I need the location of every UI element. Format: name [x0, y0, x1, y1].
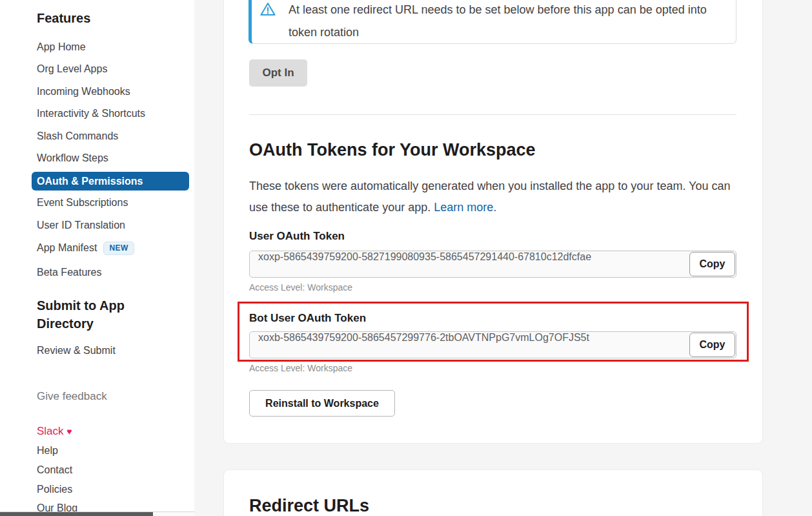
horizontal-scrollbar-thumb[interactable] [0, 512, 153, 516]
sidebar-link-help[interactable]: Help [37, 445, 58, 457]
bot-user-oauth-token-label: Bot User OAuth Token [249, 312, 366, 325]
sidebar-item-user-id-translation[interactable]: User ID Translation [37, 220, 125, 231]
copy-user-token-button[interactable]: Copy [689, 252, 735, 276]
redirect-urls-heading: Redirect URLs [249, 496, 369, 516]
warning-triangle-icon [259, 1, 276, 17]
heart-icon: ♥ [66, 426, 72, 437]
bot-user-oauth-token-field[interactable]: xoxb-5865439759200-5865457299776-2tbOAVT… [249, 331, 736, 358]
opt-in-button[interactable]: Opt In [249, 59, 307, 87]
new-badge: NEW [103, 242, 134, 255]
sidebar-link-contact[interactable]: Contact [37, 464, 72, 476]
slack-label: Slack [37, 425, 64, 437]
sidebar-item-event-subscriptions[interactable]: Event Subscriptions [37, 197, 128, 209]
bot-token-access-level: Access Level: Workspace [249, 363, 352, 373]
sidebar-item-app-home[interactable]: App Home [37, 41, 86, 53]
user-token-access-level: Access Level: Workspace [249, 282, 352, 293]
sidebar-item-incoming-webhooks[interactable]: Incoming Webhooks [37, 86, 130, 98]
sidebar-item-workflow-steps[interactable]: Workflow Steps [37, 152, 108, 164]
sidebar-item-interactivity-shortcuts[interactable]: Interactivity & Shortcuts [37, 108, 145, 119]
reinstall-to-workspace-button[interactable]: Reinstall to Workspace [249, 390, 395, 417]
sidebar-item-org-level-apps[interactable]: Org Level Apps [37, 63, 107, 75]
oauth-tokens-heading: OAuth Tokens for Your Workspace [249, 140, 536, 160]
sidebar-item-review-submit[interactable]: Review & Submit [37, 345, 116, 356]
sidebar-item-slash-commands[interactable]: Slash Commands [37, 130, 118, 142]
sidebar-link-policies[interactable]: Policies [37, 484, 72, 495]
sidebar-item-app-manifest[interactable]: App ManifestNEW [37, 242, 134, 255]
user-oauth-token-label: User OAuth Token [249, 230, 345, 243]
learn-more-link[interactable]: Learn more. [434, 201, 496, 214]
sidebar-item-beta-features[interactable]: Beta Features [37, 267, 102, 278]
sidebar-heading-features: Features [37, 11, 90, 26]
alert-message: At least one redirect URL needs to be se… [289, 0, 708, 44]
sidebar [0, 0, 194, 516]
oauth-tokens-description: These tokens were automatically generate… [249, 176, 743, 218]
app-manifest-label: App Manifest [37, 242, 97, 253]
sidebar-item-oauth-permissions-selected[interactable]: OAuth & Permissions [32, 172, 189, 191]
section-divider [249, 114, 736, 115]
copy-bot-token-button[interactable]: Copy [689, 333, 735, 357]
user-oauth-token-field[interactable]: xoxp-5865439759200-5827199080935-5865457… [249, 251, 736, 278]
sidebar-link-give-feedback[interactable]: Give feedback [37, 390, 107, 403]
sidebar-link-slack[interactable]: Slack ♥ [37, 425, 72, 438]
sidebar-heading-submit-to-app-directory: Submit to App Directory [37, 296, 147, 333]
